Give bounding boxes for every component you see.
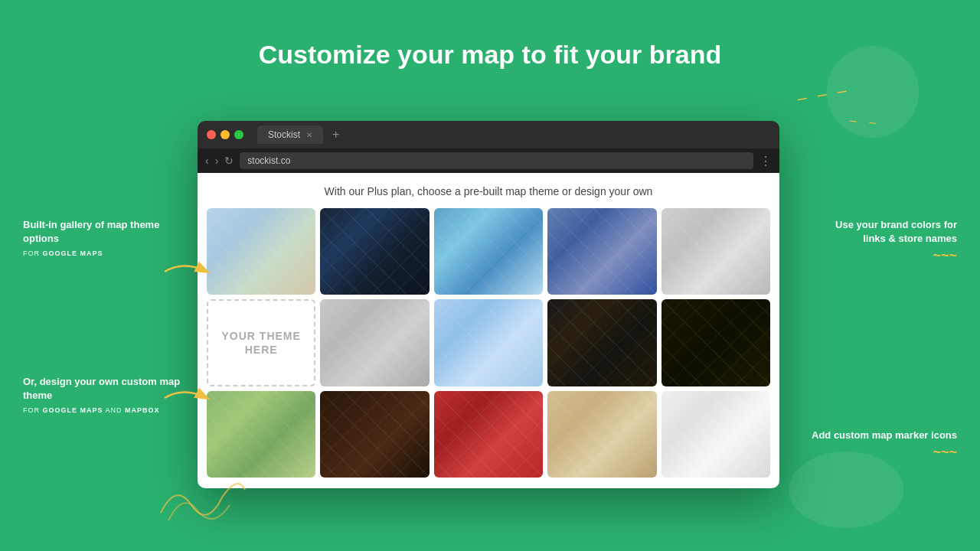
map-tile-10[interactable] (662, 299, 770, 386)
wavy-underline-2: ~~~ (812, 445, 957, 459)
browser-addressbar: ‹ › ↻ stockist.co ⋮ (198, 148, 779, 173)
map-tile-3[interactable] (434, 208, 543, 295)
map-tile-8[interactable] (434, 299, 543, 386)
annotation-built-in-gallery: Built-in gallery of map theme options FO… (23, 218, 168, 260)
browser-tab[interactable]: Stockist ✕ (257, 126, 323, 144)
map-tile-1[interactable] (207, 208, 315, 295)
annotation-brand-text: Use your brand colors for links & store … (835, 219, 957, 244)
map-grid: YOUR THEME HERE (207, 208, 770, 478)
annotation-gallery-sub: FOR GOOGLE MAPS (23, 249, 103, 257)
annotation-custom-theme: Or, design your own custom map theme FOR… (23, 375, 184, 417)
browser-content: With our Plus plan, choose a pre-built m… (198, 173, 779, 488)
custom-theme-text: YOUR THEME HERE (208, 329, 314, 357)
map-tile-2[interactable] (320, 208, 429, 295)
annotation-brand-colors: Use your brand colors for links & store … (812, 218, 957, 262)
back-button[interactable]: ‹ (205, 155, 209, 167)
browser-titlebar: Stockist ✕ + (198, 121, 779, 148)
deco-scribble-bottom-left (153, 467, 253, 528)
arrow-custom (161, 383, 214, 413)
address-bar[interactable]: stockist.co (240, 152, 753, 169)
deco-dashes-top: – – – (795, 80, 851, 109)
map-tile-12[interactable] (320, 391, 429, 478)
tab-close-icon[interactable]: ✕ (306, 131, 312, 139)
page-title: Customize your map to fit your brand (0, 40, 980, 70)
map-tile-5[interactable] (662, 208, 770, 295)
window-maximize-dot[interactable] (234, 130, 243, 139)
annotation-marker-icons: Add custom map marker icons ~~~ (812, 429, 957, 459)
annotation-marker-text: Add custom map marker icons (812, 429, 957, 441)
browser-menu-icon[interactable]: ⋮ (760, 154, 772, 168)
deco-circle-bottom-right (789, 452, 903, 528)
map-tile-4[interactable] (547, 208, 656, 295)
browser-window: Stockist ✕ + ‹ › ↻ stockist.co ⋮ With ou… (198, 121, 779, 488)
annotation-custom-sub: FOR GOOGLE MAPS AND MAPBOX (23, 406, 160, 414)
arrow-gallery (161, 256, 214, 287)
window-close-dot[interactable] (207, 130, 216, 139)
map-tile-9[interactable] (547, 299, 656, 386)
annotation-gallery-text: Built-in gallery of map theme options (23, 219, 159, 244)
map-tile-11[interactable] (207, 391, 315, 478)
url-text: stockist.co (247, 155, 290, 166)
refresh-button[interactable]: ↻ (224, 155, 234, 167)
map-tile-13[interactable] (434, 391, 543, 478)
wavy-underline-1: ~~~ (812, 249, 957, 262)
map-tile-14[interactable] (547, 391, 656, 478)
browser-subtitle: With our Plus plan, choose a pre-built m… (207, 185, 770, 197)
map-tile-15[interactable] (662, 391, 770, 478)
new-tab-icon[interactable]: + (332, 128, 339, 142)
window-minimize-dot[interactable] (220, 130, 230, 139)
forward-button[interactable]: › (215, 155, 219, 167)
map-tile-7[interactable] (320, 299, 429, 386)
deco-dashes-right: – – (849, 113, 881, 129)
annotation-custom-text: Or, design your own custom map theme (23, 376, 180, 401)
map-tile-custom[interactable]: YOUR THEME HERE (207, 299, 315, 386)
tab-label: Stockist (268, 129, 300, 140)
